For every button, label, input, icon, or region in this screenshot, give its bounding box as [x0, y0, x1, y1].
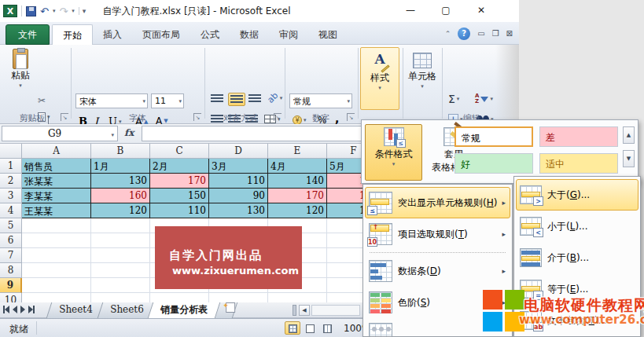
paste-button[interactable]: 粘贴 ▾ — [6, 47, 35, 110]
autosum-button[interactable]: Σ▾ — [448, 93, 459, 104]
maximize-button[interactable]: ▢ — [436, 3, 456, 17]
cell-B5[interactable] — [91, 218, 150, 233]
styles-button[interactable]: A 样式 ▾ — [360, 47, 399, 110]
cell-B1[interactable]: 1月 — [91, 159, 150, 174]
previous-sheet-icon[interactable] — [13, 306, 17, 313]
row-header-8[interactable]: 8 — [0, 263, 22, 278]
font-size-combo[interactable]: 11▾ — [151, 93, 184, 108]
menu-item-highlight-cells-rules[interactable]: ≤突出显示单元格规则(H)▸ — [365, 187, 510, 218]
align-bottom-button[interactable] — [248, 94, 261, 103]
font-dialog-launcher-icon[interactable]: ↘ — [193, 113, 201, 121]
cell-C4[interactable]: 110 — [150, 203, 209, 218]
cell-C3[interactable]: 150 — [150, 189, 209, 203]
sheet-tab-Sheet4[interactable]: Sheet4 — [46, 302, 105, 318]
cell-style-bad[interactable]: 差 — [539, 126, 618, 147]
cell-A5[interactable] — [22, 218, 91, 233]
col-header-A[interactable]: A — [22, 144, 91, 159]
number-format-combo[interactable]: 常规▾ — [289, 93, 352, 108]
workbook-restore-icon[interactable]: ❐ — [492, 28, 499, 39]
tab-审阅[interactable]: 审阅 — [269, 24, 308, 45]
tab-split-handle[interactable] — [293, 305, 296, 316]
menu-item-data-bars[interactable]: 数据条(D)▸ — [365, 255, 510, 287]
row-header-9[interactable]: 9 — [0, 278, 22, 293]
sort-filter-button[interactable]: AZ▾ — [475, 93, 493, 104]
cell-E10[interactable] — [268, 293, 327, 302]
cut-button[interactable]: ✂ — [38, 95, 46, 106]
alignment-dialog-launcher-icon[interactable]: ↘ — [274, 113, 282, 121]
orientation-button[interactable]: ab▾ — [267, 93, 282, 103]
cell-A10[interactable] — [22, 293, 91, 302]
cell-B3[interactable]: 160 — [91, 189, 150, 203]
col-header-D[interactable]: D — [209, 144, 268, 159]
col-header-E[interactable]: E — [268, 144, 327, 159]
insert-function-icon[interactable]: fx — [124, 127, 134, 138]
cell-C2[interactable]: 170 — [150, 174, 209, 189]
minimize-button[interactable]: — — [400, 3, 421, 17]
hscroll-track[interactable] — [311, 305, 360, 316]
cell-B8[interactable] — [91, 263, 150, 278]
submenu-item-greater-than[interactable]: >大于(G)... — [516, 179, 638, 211]
cell-E1[interactable]: 4月 — [268, 159, 327, 174]
normal-view-button[interactable] — [285, 321, 300, 335]
select-all-corner[interactable] — [0, 144, 22, 159]
cell-A3[interactable]: 李某某 — [22, 189, 91, 203]
row-header-6[interactable]: 6 — [0, 233, 22, 248]
align-middle-button[interactable] — [228, 93, 245, 106]
tab-公式[interactable]: 公式 — [190, 24, 230, 45]
tab-file[interactable]: 文件 — [6, 24, 50, 45]
hscroll-left-icon[interactable]: ◀ — [299, 305, 310, 316]
cells-button[interactable]: 单元格 ▾ — [404, 47, 440, 110]
cell-E4[interactable]: 120 — [268, 203, 327, 218]
row-header-3[interactable]: 3 — [0, 189, 22, 203]
cell-style-normal[interactable]: 常规 — [454, 126, 533, 147]
workbook-close-icon[interactable]: ⊠ — [506, 28, 513, 39]
cell-B10[interactable] — [91, 293, 150, 302]
tab-页面布局[interactable]: 页面布局 — [132, 24, 190, 45]
sheet-tab-Sheet6[interactable]: Sheet6 — [97, 302, 156, 318]
row-header-4[interactable]: 4 — [0, 203, 22, 218]
next-sheet-icon[interactable] — [20, 306, 25, 313]
cell-A2[interactable]: 张某某 — [22, 174, 91, 189]
cell-D4[interactable]: 130 — [209, 203, 268, 218]
tab-数据[interactable]: 数据 — [230, 24, 269, 45]
align-top-button[interactable] — [211, 94, 223, 103]
cell-D2[interactable]: 110 — [209, 174, 268, 189]
cell-B6[interactable] — [91, 233, 150, 248]
cell-B4[interactable]: 120 — [91, 203, 150, 218]
cell-A7[interactable] — [22, 248, 91, 263]
tab-开始[interactable]: 开始 — [52, 24, 93, 45]
submenu-item-less-than[interactable]: <小于(L)... — [516, 211, 638, 242]
cell-style-good[interactable]: 好 — [454, 153, 533, 174]
conditional-formatting-button[interactable]: ≤ 条件格式 ▾ — [365, 124, 422, 181]
row-header-1[interactable]: 1 — [0, 159, 22, 174]
cell-A6[interactable] — [22, 233, 91, 248]
gallery-scroll-up-icon[interactable]: ▲ — [623, 126, 635, 144]
menu-item-top-bottom-rules[interactable]: ↑10项目选取规则(T)▸ — [365, 218, 510, 250]
row-header-2[interactable]: 2 — [0, 174, 22, 189]
cell-A9[interactable] — [22, 278, 91, 293]
cell-A1[interactable]: 销售员 — [22, 159, 91, 174]
col-header-B[interactable]: B — [91, 144, 150, 159]
tab-插入[interactable]: 插入 — [93, 24, 132, 45]
cell-B2[interactable]: 130 — [91, 174, 150, 189]
cell-E2[interactable]: 140 — [268, 174, 327, 189]
font-name-combo[interactable]: 宋体▾ — [75, 93, 148, 108]
number-dialog-launcher-icon[interactable]: ↘ — [347, 113, 355, 121]
cell-B7[interactable] — [91, 248, 150, 263]
page-break-view-button[interactable] — [319, 321, 335, 335]
cell-B9[interactable] — [91, 278, 150, 293]
cell-E3[interactable]: 170 — [268, 189, 327, 203]
last-sheet-icon[interactable] — [28, 306, 35, 313]
name-box[interactable]: G9▾ — [2, 126, 118, 141]
cell-D10[interactable] — [209, 293, 268, 302]
cell-C10[interactable] — [150, 293, 209, 302]
row-header-10[interactable]: 10 — [0, 293, 22, 302]
cell-C1[interactable]: 2月 — [150, 159, 209, 174]
submenu-item-between[interactable]: 介于(B)... — [516, 242, 638, 273]
sheet-tab-销量分析表[interactable]: 销量分析表 — [148, 302, 220, 318]
page-layout-view-button[interactable] — [302, 321, 318, 335]
col-header-C[interactable]: C — [150, 144, 209, 159]
clipboard-dialog-launcher-icon[interactable]: ↘ — [61, 113, 68, 121]
cell-A8[interactable] — [22, 263, 91, 278]
cell-D3[interactable]: 90 — [209, 189, 268, 203]
